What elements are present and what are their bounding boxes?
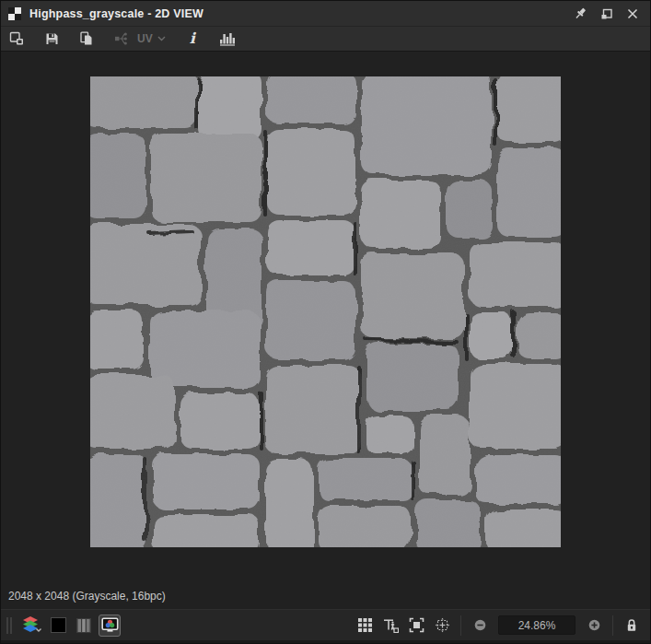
zoom-level-field[interactable]: 24.86%: [498, 615, 575, 635]
zoom-out-button[interactable]: [469, 615, 491, 637]
restore-icon: [599, 6, 614, 21]
node-link-icon: [114, 31, 129, 46]
window-icon: [8, 7, 21, 20]
image-info-text: 2048 x 2048 (Grayscale, 16bpc): [8, 590, 166, 603]
copy-image-button[interactable]: [75, 28, 99, 50]
information-button[interactable]: i: [180, 28, 204, 50]
toolbar: UV i: [1, 27, 650, 52]
lock-icon: [624, 618, 639, 633]
save-icon: [45, 32, 59, 46]
channels-layers-icon: [23, 616, 41, 634]
info-icon: i: [190, 31, 195, 46]
uv-mode-dropdown[interactable]: UV: [134, 28, 169, 50]
window-bottom-edge: [1, 640, 650, 643]
actual-size-icon: [382, 617, 399, 633]
divider: [612, 615, 613, 636]
2d-view-canvas[interactable]: 2048 x 2048 (Grayscale, 16bpc): [1, 52, 650, 609]
fit-view-button[interactable]: [405, 615, 427, 637]
grid-toggle-button[interactable]: [354, 615, 376, 637]
grayscale-ramp-button[interactable]: [73, 615, 95, 637]
chevron-down-icon: [157, 36, 166, 41]
titlebar[interactable]: Highpass_grayscale - 2D VIEW: [1, 1, 650, 27]
new-view-icon: [9, 31, 25, 46]
histogram-icon: [219, 32, 236, 46]
pan-icon: [435, 617, 450, 633]
grayscale-ramp-icon: [76, 618, 91, 633]
texture-image: [90, 76, 561, 547]
close-button[interactable]: [622, 5, 643, 23]
grid-icon: [358, 618, 372, 632]
restore-button[interactable]: [597, 5, 617, 23]
histogram-button[interactable]: [215, 28, 239, 50]
new-2d-view-button[interactable]: [5, 28, 29, 50]
zoom-controls: 24.86%: [467, 615, 607, 637]
fit-view-icon: [409, 617, 424, 633]
background-black-button[interactable]: [47, 615, 69, 637]
copy-icon: [79, 31, 94, 46]
zoom-in-button[interactable]: [583, 615, 605, 637]
uv-mode-label: UV: [137, 32, 153, 45]
texture-image-wrap[interactable]: [90, 76, 561, 547]
plus-icon: [588, 619, 600, 631]
display-rgb-button[interactable]: [99, 615, 121, 637]
black-swatch-icon: [52, 618, 65, 632]
link-node-button[interactable]: [110, 28, 134, 50]
monitor-rgb-icon: [101, 617, 119, 633]
pan-view-button[interactable]: [431, 615, 453, 637]
close-icon: [626, 7, 639, 20]
divider: [460, 615, 461, 636]
window-title: Highpass_grayscale - 2D VIEW: [29, 7, 203, 20]
pin-button[interactable]: [571, 5, 591, 23]
lock-zoom-button[interactable]: [621, 615, 643, 637]
pin-icon: [574, 6, 588, 21]
save-image-button[interactable]: [40, 28, 64, 50]
toolbar-grip[interactable]: [6, 617, 12, 634]
bottom-toolbar: 24.86%: [1, 609, 650, 640]
actual-size-button[interactable]: [379, 615, 401, 637]
minus-icon: [474, 619, 486, 631]
channels-select-button[interactable]: [21, 615, 43, 637]
